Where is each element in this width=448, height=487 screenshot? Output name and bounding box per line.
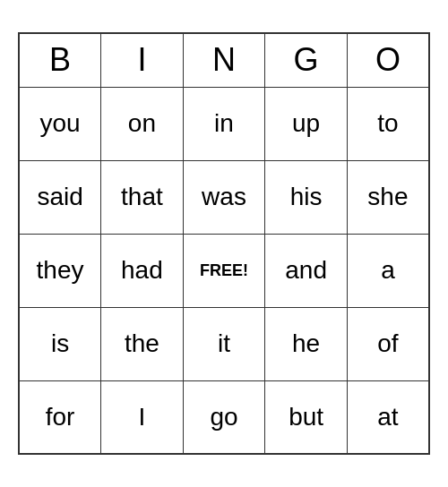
header-row: B I N G O (19, 33, 429, 87)
header-b: B (19, 33, 101, 87)
cell-r4-c0: for (19, 380, 101, 454)
cell-r2-c3: and (265, 234, 348, 307)
cell-r1-c3: his (265, 160, 348, 234)
cell-r4-c1: I (101, 380, 184, 454)
bingo-body: youoninuptosaidthatwashisshetheyhadFREE!… (19, 87, 429, 454)
cell-r1-c1: that (101, 160, 184, 234)
cell-r0-c1: on (101, 87, 184, 160)
cell-r2-c1: had (101, 234, 184, 307)
bingo-card: B I N G O youoninuptosaidthatwashissheth… (18, 32, 430, 455)
cell-r1-c0: said (19, 160, 101, 234)
cell-r2-c0: they (19, 234, 101, 307)
header-i: I (101, 33, 184, 87)
cell-r0-c3: up (265, 87, 348, 160)
cell-r4-c2: go (183, 380, 265, 454)
cell-r2-c2: FREE! (183, 234, 265, 307)
cell-r0-c2: in (183, 87, 265, 160)
cell-r3-c2: it (183, 307, 265, 380)
cell-r2-c4: a (347, 234, 429, 307)
cell-r4-c3: but (265, 380, 348, 454)
header-g: G (265, 33, 348, 87)
cell-r3-c3: he (265, 307, 348, 380)
cell-r3-c1: the (101, 307, 184, 380)
cell-r0-c4: to (347, 87, 429, 160)
cell-r3-c0: is (19, 307, 101, 380)
cell-r0-c0: you (19, 87, 101, 160)
cell-r1-c4: she (347, 160, 429, 234)
row-3: istheitheof (19, 307, 429, 380)
header-o: O (347, 33, 429, 87)
row-4: forIgobutat (19, 380, 429, 454)
cell-r1-c2: was (183, 160, 265, 234)
row-1: saidthatwashisshe (19, 160, 429, 234)
cell-r4-c4: at (347, 380, 429, 454)
cell-r3-c4: of (347, 307, 429, 380)
row-0: youoninupto (19, 87, 429, 160)
row-2: theyhadFREE!anda (19, 234, 429, 307)
header-n: N (183, 33, 265, 87)
